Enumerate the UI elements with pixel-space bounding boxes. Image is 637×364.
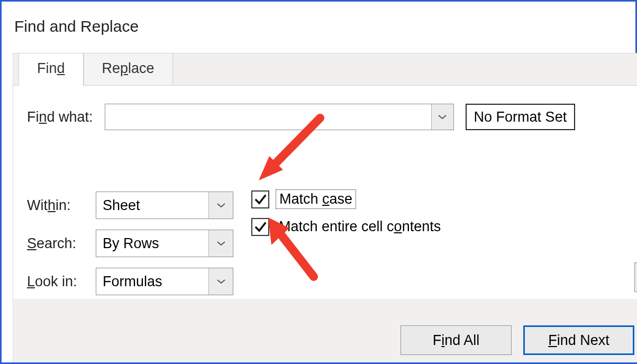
match-options: Match case Match entire cell contents: [251, 189, 444, 244]
tab-replace[interactable]: Replace: [84, 53, 173, 86]
checkmark-icon: [254, 193, 267, 206]
lookin-label: Look in:: [27, 274, 96, 290]
dialog-button-row: Find All Find Next: [401, 325, 634, 355]
find-what-dropdown-button[interactable]: [431, 104, 453, 130]
match-case-checkbox[interactable]: [251, 190, 269, 208]
find-what-input[interactable]: [105, 104, 454, 130]
search-value: By Rows: [96, 235, 208, 252]
checkmark-icon: [254, 221, 267, 233]
find-next-button[interactable]: Find Next: [523, 325, 634, 355]
within-select[interactable]: Sheet: [96, 192, 233, 219]
chevron-down-icon: [216, 279, 226, 284]
within-label: Within:: [27, 197, 96, 214]
dialog-body: Find Replace Find what: No Format Set: [13, 53, 637, 362]
lookin-select[interactable]: Formulas: [96, 268, 233, 295]
dialog-title: Find and Replace: [2, 2, 635, 41]
within-value: Sheet: [96, 197, 208, 214]
find-what-row: Find what: No Format Set: [27, 104, 634, 130]
lookin-value: Formulas: [96, 274, 208, 290]
chevron-down-icon: [438, 114, 447, 120]
find-what-label: Find what:: [27, 109, 93, 125]
match-entire-row: Match entire cell contents: [251, 217, 444, 236]
search-options: Within: Sheet Search: By Rows: [27, 192, 233, 306]
search-dropdown-button[interactable]: [208, 230, 233, 257]
find-tab-panel: Find what: No Format Set Within: Sheet: [13, 85, 637, 299]
tab-find[interactable]: Find: [19, 53, 84, 86]
chevron-down-icon: [216, 203, 226, 208]
chevron-down-icon: [216, 241, 226, 246]
match-entire-checkbox[interactable]: [251, 218, 269, 236]
find-replace-dialog: Find and Replace Find Replace Find what:: [0, 0, 637, 364]
within-dropdown-button[interactable]: [208, 192, 233, 219]
lookin-dropdown-button[interactable]: [208, 268, 233, 295]
search-label: Search:: [27, 235, 96, 252]
find-all-button[interactable]: Find All: [401, 325, 512, 355]
match-entire-label: Match entire cell contents: [276, 217, 444, 236]
truncated-button[interactable]: [634, 262, 637, 292]
search-select[interactable]: By Rows: [96, 230, 233, 257]
tab-strip: Find Replace: [19, 53, 173, 86]
format-button[interactable]: No Format Set: [466, 104, 576, 130]
match-case-row: Match case: [251, 189, 444, 209]
match-case-label: Match case: [276, 189, 356, 209]
